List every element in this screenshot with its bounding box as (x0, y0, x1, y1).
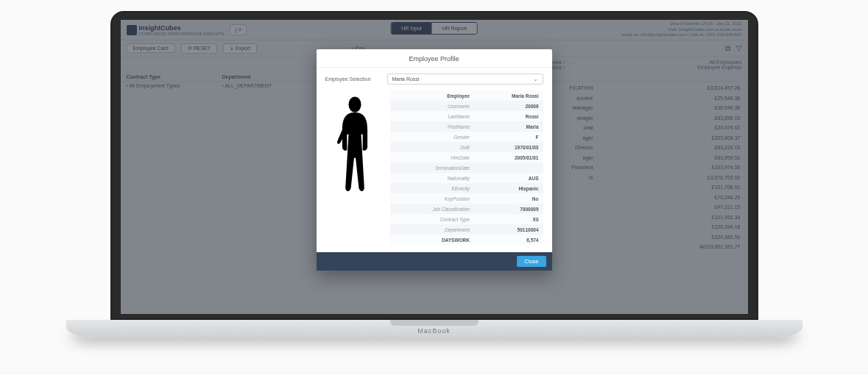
selection-label: Employee Selection (325, 76, 381, 82)
macbook-label: MacBook (417, 327, 451, 335)
kv-row: Contract TypeX0 (390, 214, 543, 224)
trackpad-notch (390, 320, 479, 326)
screen-bezel: InsightCubes CORPORATE PERFORMANCE INSIG… (110, 11, 758, 320)
kv-row: GenderF (390, 132, 543, 142)
kv-label: DoB (390, 145, 476, 150)
kv-value: 7000009 (476, 207, 543, 212)
kv-row: TerminationDate (390, 162, 543, 173)
kv-value: 1970/01/03 (476, 145, 543, 150)
kv-label: Username (390, 104, 476, 109)
kv-value: 6,574 (476, 238, 543, 243)
kv-label: KeyPosition (390, 196, 476, 201)
modal-body: Employee Selection Maria Rossi ⌄ (317, 68, 552, 252)
kv-label: Contract Type (390, 217, 476, 222)
laptop-mockup: InsightCubes CORPORATE PERFORMANCE INSIG… (66, 11, 802, 364)
svg-point-0 (348, 96, 361, 112)
modal-title: Employee Profile (317, 49, 552, 68)
kv-row: EmployeeMaria Rossi (390, 90, 543, 101)
kv-label: TerminationDate (390, 165, 476, 171)
kv-label: Job Classification (390, 207, 476, 212)
kv-value: No (476, 196, 543, 201)
kv-value: 2005/01/01 (476, 155, 543, 160)
employee-selection-dropdown[interactable]: Maria Rossi ⌄ (387, 74, 543, 85)
kv-label: Nationality (390, 176, 476, 181)
profile-key-value-table: EmployeeMaria RossiUsername20006LastName… (390, 90, 543, 245)
kv-label: DAYSWORK (390, 238, 476, 243)
employee-silhouette (325, 90, 384, 245)
kv-row: HireDate2005/01/01 (390, 152, 543, 162)
chevron-down-icon: ⌄ (533, 76, 538, 82)
kv-value: 50110004 (476, 227, 543, 232)
kv-row: NationalityAUS (390, 173, 543, 183)
silhouette-icon (331, 95, 378, 205)
employee-selection-row: Employee Selection Maria Rossi ⌄ (325, 74, 543, 85)
modal-footer: Close (317, 252, 552, 271)
kv-value: 20006 (476, 104, 543, 109)
kv-value: AUS (476, 176, 543, 181)
selected-employee: Maria Rossi (392, 76, 420, 82)
kv-row: EthnicityHispanic (390, 183, 543, 193)
kv-value: Hispanic (476, 186, 543, 191)
kv-row: KeyPositionNo (390, 193, 543, 204)
kv-value: X0 (476, 217, 543, 222)
close-button[interactable]: Close (517, 256, 546, 267)
kv-row: LastNameRossi (390, 111, 543, 121)
kv-label: Employee (390, 93, 476, 99)
kv-row: Username20006 (390, 101, 543, 111)
app-screen: InsightCubes CORPORATE PERFORMANCE INSIG… (121, 20, 748, 314)
kv-label: Ethnicity (390, 186, 476, 191)
kv-label: Gender (390, 135, 476, 140)
kv-value: Rossi (476, 114, 543, 119)
employee-profile-modal: Employee Profile Employee Selection Mari… (317, 49, 552, 271)
kv-label: LastName (390, 114, 476, 119)
kv-value: Maria (476, 124, 543, 129)
kv-label: FirstName (390, 124, 476, 129)
profile-grid: EmployeeMaria RossiUsername20006LastName… (325, 90, 543, 245)
kv-row: DoB1970/01/03 (390, 142, 543, 152)
kv-value: F (476, 135, 543, 140)
kv-row: DAYSWORK6,574 (390, 235, 543, 245)
kv-row: FirstNameMaria (390, 121, 543, 132)
kv-label: HireDate (390, 155, 476, 160)
laptop-base: MacBook (66, 320, 802, 338)
kv-value: Maria Rossi (476, 93, 543, 99)
kv-row: Job Classification7000009 (390, 204, 543, 214)
kv-row: Department50110004 (390, 224, 543, 235)
kv-label: Department (390, 227, 476, 232)
